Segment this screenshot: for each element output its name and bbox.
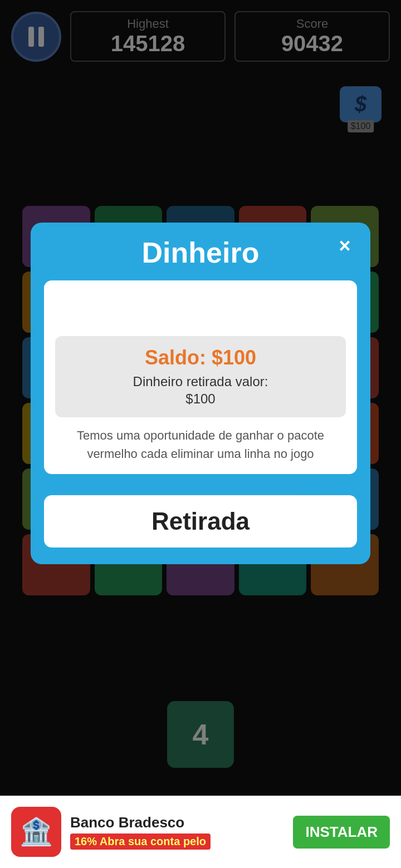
- saldo-amount: Saldo: $100: [66, 346, 335, 369]
- modal-card: Saldo: $100 Dinheiro retirada valor: $10…: [44, 280, 357, 474]
- card-top-space: [55, 292, 346, 336]
- ad-text-area: Banco Bradesco 16% Abra sua conta pelo: [70, 814, 284, 850]
- ad-icon: 🏦: [11, 807, 61, 857]
- ad-logo-icon: 🏦: [19, 816, 53, 847]
- modal-header: Dinheiro ×: [44, 236, 357, 269]
- modal-dialog: Dinheiro × Saldo: $100 Dinheiro retirada…: [31, 223, 370, 564]
- install-button[interactable]: INSTALAR: [293, 816, 390, 849]
- modal-title: Dinheiro: [142, 236, 260, 269]
- retirada-button[interactable]: Retirada: [44, 495, 357, 548]
- modal-description: Temos uma oportunidade de ganhar o pacot…: [55, 426, 346, 463]
- ad-banner[interactable]: 🏦 Banco Bradesco 16% Abra sua conta pelo…: [0, 796, 401, 868]
- saldo-box: Saldo: $100 Dinheiro retirada valor: $10…: [55, 336, 346, 417]
- saldo-description: Dinheiro retirada valor: $100: [66, 373, 335, 407]
- ad-subtitle: 16% Abra sua conta pelo: [70, 834, 211, 850]
- ad-percent: 16%: [75, 835, 97, 847]
- ad-title: Banco Bradesco: [70, 814, 284, 831]
- ad-subtitle-text: Abra sua conta pelo: [97, 835, 206, 847]
- close-button[interactable]: ×: [332, 234, 357, 258]
